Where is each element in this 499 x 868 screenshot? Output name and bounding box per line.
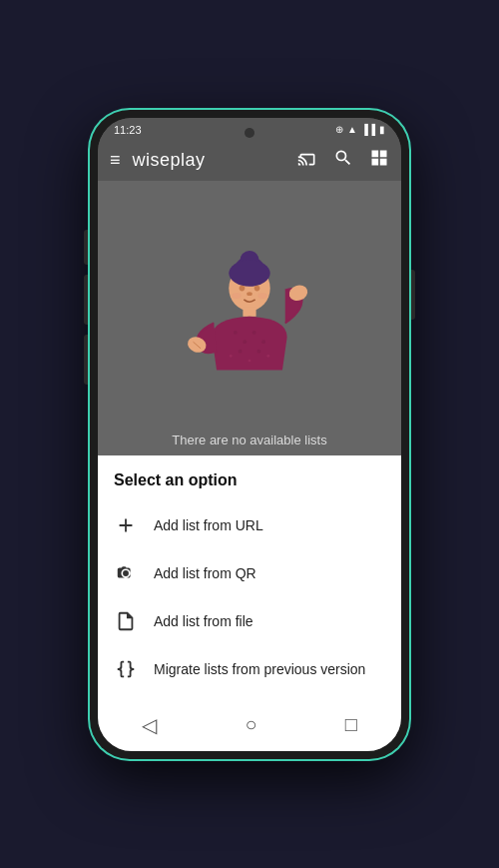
add-url-label: Add list from URL (154, 517, 263, 533)
svg-point-8 (257, 293, 266, 299)
add-from-file-item[interactable]: Add list from file (98, 597, 401, 645)
svg-point-4 (240, 286, 246, 292)
nfc-icon: ⊕ (335, 124, 343, 135)
front-camera (245, 128, 254, 138)
migrate-icon (114, 657, 138, 681)
plus-icon (114, 513, 138, 537)
header-left: ≡ wiseplay (110, 150, 206, 171)
phone-screen: 11:23 ⊕ ▲ ▐▐ ▮ ≡ wiseplay (98, 118, 401, 751)
grid-icon[interactable] (369, 148, 389, 173)
battery-icon: ▮ (379, 124, 385, 135)
app-header: ≡ wiseplay (98, 140, 401, 181)
bottom-sheet: Select an option Add list from URL Add l… (98, 455, 401, 701)
svg-point-12 (252, 331, 256, 335)
svg-point-11 (243, 340, 247, 344)
signal-icon: ▐▐ (361, 124, 375, 135)
no-lists-text: There are no available lists (98, 433, 401, 447)
volume-down-button (84, 275, 88, 325)
svg-point-15 (257, 350, 261, 354)
camera-icon (114, 561, 138, 585)
svg-rect-9 (243, 307, 255, 316)
add-file-label: Add list from file (154, 613, 253, 629)
svg-point-6 (247, 292, 252, 296)
menu-icon[interactable]: ≡ (110, 150, 121, 171)
sheet-title: Select an option (98, 471, 401, 501)
empty-state-illustration (180, 234, 319, 394)
migrate-label: Migrate lists from previous version (154, 661, 365, 677)
add-from-qr-item[interactable]: Add list from QR (98, 549, 401, 597)
file-icon (114, 609, 138, 633)
svg-point-20 (266, 355, 269, 358)
header-right (297, 148, 389, 173)
wifi-icon: ▲ (347, 124, 357, 135)
status-time: 11:23 (114, 124, 142, 136)
home-button[interactable]: ○ (229, 709, 272, 740)
svg-point-3 (229, 260, 269, 286)
status-icons: ⊕ ▲ ▐▐ ▮ (335, 124, 385, 135)
svg-point-7 (232, 293, 241, 299)
svg-point-21 (249, 360, 251, 363)
add-qr-label: Add list from QR (154, 565, 256, 581)
volume-up-button (84, 230, 88, 265)
cast-icon[interactable] (297, 148, 317, 173)
app-title: wiseplay (133, 150, 206, 171)
svg-point-5 (254, 286, 260, 292)
svg-point-10 (234, 331, 238, 335)
search-icon[interactable] (333, 148, 353, 173)
phone-shell: 11:23 ⊕ ▲ ▐▐ ▮ ≡ wiseplay (90, 110, 409, 759)
back-button[interactable]: ◁ (126, 709, 173, 741)
migrate-item[interactable]: Migrate lists from previous version (98, 645, 401, 693)
add-from-url-item[interactable]: Add list from URL (98, 501, 401, 549)
svg-point-14 (239, 350, 243, 354)
svg-point-13 (261, 340, 265, 344)
svg-point-19 (230, 355, 233, 358)
recents-button[interactable]: □ (329, 709, 373, 740)
power-button (411, 270, 415, 320)
silent-button (84, 335, 88, 385)
nav-bar: ◁ ○ □ (98, 701, 401, 751)
main-content: There are no available lists (98, 181, 401, 455)
